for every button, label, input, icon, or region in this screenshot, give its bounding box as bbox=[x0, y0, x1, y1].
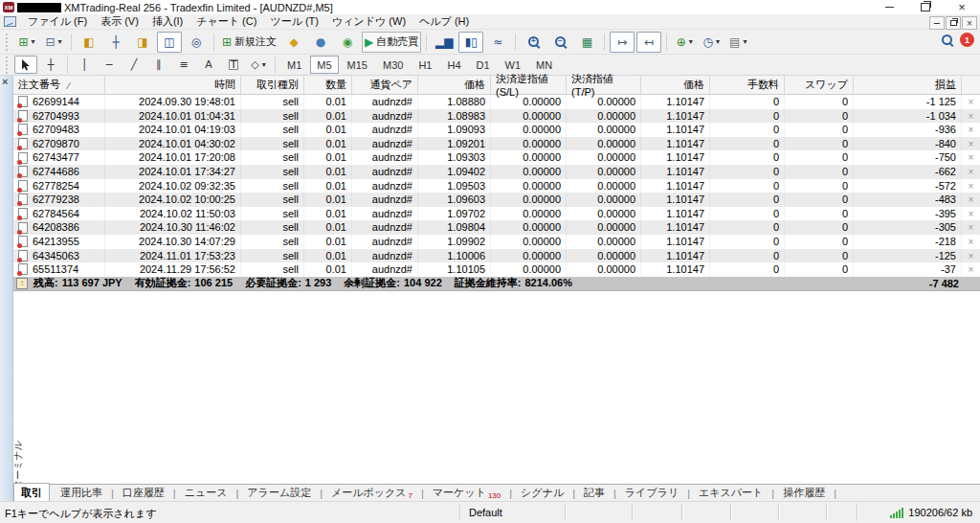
order-row[interactable]: 655113742024.11.29 17:56:52sell0.01audnz… bbox=[13, 262, 980, 277]
templates-button[interactable]: ▤▾ bbox=[725, 32, 750, 53]
close-order-icon[interactable]: × bbox=[969, 111, 974, 122]
zoom-in-button[interactable]: + bbox=[521, 32, 546, 53]
line-chart-button[interactable]: ≈ bbox=[485, 32, 510, 53]
close-order-icon[interactable]: × bbox=[969, 167, 974, 177]
terminal-tab-記事[interactable]: 記事 bbox=[577, 485, 612, 501]
column-header-price2[interactable]: 価格 bbox=[641, 76, 710, 94]
close-order-icon[interactable]: × bbox=[969, 152, 974, 163]
close-order-icon[interactable]: × bbox=[969, 139, 974, 149]
zoom-out-button[interactable]: − bbox=[547, 32, 572, 53]
terminal-tab-エキスパート[interactable]: エキスパート bbox=[692, 485, 769, 501]
terminal-button[interactable]: ◫ bbox=[157, 32, 182, 53]
data-window-button[interactable]: ┼ bbox=[103, 32, 128, 53]
account-summary-row[interactable]: ↕ 残高:113 697 JPY有効証拠金:106 215必要証拠金:1 293… bbox=[13, 277, 980, 291]
order-row[interactable]: 627782542024.10.02 09:32:35sell0.01audnz… bbox=[13, 179, 980, 193]
order-row[interactable]: 627434772024.10.01 17:20:08sell0.01audnz… bbox=[13, 150, 980, 165]
column-header-sl[interactable]: 決済逆指値(S/L) bbox=[491, 76, 567, 94]
order-row[interactable]: 627049932024.10.01 01:04:31sell0.01audnz… bbox=[13, 109, 980, 124]
close-order-icon[interactable]: × bbox=[969, 251, 974, 262]
order-row[interactable]: 627098702024.10.01 04:30:02sell0.01audnz… bbox=[13, 137, 980, 151]
strategy-tester-button[interactable]: ◎ bbox=[184, 32, 209, 53]
fibonacci-button[interactable]: ≡ bbox=[172, 56, 195, 74]
chart-shift-button[interactable]: ↤ bbox=[636, 32, 661, 53]
crosshair-button[interactable]: ┼ bbox=[39, 56, 62, 74]
channel-button[interactable]: ∥ bbox=[147, 56, 170, 74]
mdi-close-button[interactable] bbox=[962, 16, 977, 30]
column-header-swap[interactable]: スワップ bbox=[785, 76, 854, 94]
timeframe-m15-button[interactable]: M15 bbox=[341, 56, 374, 74]
terminal-tab-操作履歴[interactable]: 操作履歴 bbox=[776, 485, 832, 501]
navigator-button[interactable]: ◨ bbox=[130, 32, 155, 53]
column-header-symbol[interactable]: 通貨ペア bbox=[352, 76, 418, 94]
hline-button[interactable]: ─ bbox=[98, 56, 121, 74]
close-order-icon[interactable]: × bbox=[969, 194, 974, 205]
close-button[interactable] bbox=[944, 0, 980, 14]
mql-community-button[interactable]: ● bbox=[308, 32, 333, 53]
column-header-volume[interactable]: 数量 bbox=[304, 76, 352, 94]
column-header-price[interactable]: 価格 bbox=[418, 76, 491, 94]
menu-item[interactable]: 表示 (V) bbox=[94, 14, 145, 29]
timeframe-m30-button[interactable]: M30 bbox=[376, 56, 410, 74]
terminal-tab-シグナル[interactable]: シグナル bbox=[514, 485, 570, 501]
close-order-icon[interactable]: × bbox=[969, 209, 974, 219]
order-row[interactable]: 642139552024.10.30 14:07:29sell0.01audnz… bbox=[13, 235, 980, 249]
cursor-button[interactable] bbox=[14, 56, 37, 74]
order-row[interactable]: 626991442024.09.30 19:48:01sell0.01audnz… bbox=[13, 95, 980, 109]
menu-item[interactable]: チャート (C) bbox=[189, 14, 263, 29]
candlestick-button[interactable]: ▮▯ bbox=[458, 32, 483, 53]
terminal-tab-マーケット[interactable]: マーケット130 bbox=[426, 485, 507, 501]
tile-windows-button[interactable]: ▦ bbox=[574, 32, 599, 53]
terminal-tab-アラーム設定[interactable]: アラーム設定 bbox=[240, 485, 318, 501]
shapes-button[interactable]: ◇▾ bbox=[247, 56, 270, 74]
mdi-minimize-button[interactable] bbox=[929, 16, 945, 30]
profiles-button[interactable]: ⊟▾ bbox=[41, 32, 66, 53]
column-header-id[interactable]: 注文番号 bbox=[13, 76, 105, 94]
timeframe-m1-button[interactable]: M1 bbox=[280, 56, 308, 74]
order-row[interactable]: 642083862024.10.30 11:46:02sell0.01audnz… bbox=[13, 220, 980, 235]
timeframe-h1-button[interactable]: H1 bbox=[412, 56, 438, 74]
indicators-button[interactable]: ⊕▾ bbox=[672, 32, 697, 53]
order-row[interactable]: 627094832024.10.01 04:19:03sell0.01audnz… bbox=[13, 123, 980, 137]
close-order-icon[interactable]: × bbox=[969, 125, 974, 135]
column-header-commission[interactable]: 手数料 bbox=[710, 76, 785, 94]
search-icon[interactable] bbox=[942, 34, 952, 45]
order-row[interactable]: 627845642024.10.02 11:50:03sell0.01audnz… bbox=[13, 207, 980, 221]
bar-chart-button[interactable]: ▂▆ bbox=[432, 32, 457, 53]
close-order-icon[interactable]: × bbox=[969, 222, 974, 233]
order-row[interactable]: 643450632024.11.01 17:53:23sell0.01audnz… bbox=[13, 249, 980, 263]
terminal-tab-取引[interactable]: 取引 bbox=[13, 483, 50, 501]
timeframe-d1-button[interactable]: D1 bbox=[470, 56, 497, 74]
status-profile[interactable]: Default bbox=[469, 507, 502, 518]
notification-badge[interactable]: 1 bbox=[960, 33, 974, 47]
timeframe-m5-button[interactable]: M5 bbox=[310, 56, 338, 74]
new-chart-button[interactable]: ⊞▾ bbox=[14, 32, 39, 53]
column-header-profit[interactable]: 損益 bbox=[854, 76, 962, 94]
auto-trading-button[interactable]: ▶自動売買 bbox=[362, 32, 421, 53]
metaeditor-button[interactable]: ◆ bbox=[281, 32, 306, 53]
trendline-button[interactable]: ╱ bbox=[122, 56, 145, 74]
news-sound-button[interactable]: ◉ bbox=[335, 32, 360, 53]
order-row[interactable]: 627792382024.10.02 10:00:25sell0.01audnz… bbox=[13, 193, 980, 207]
menu-item[interactable]: ファイル (F) bbox=[21, 14, 94, 29]
menu-item[interactable]: ツール (T) bbox=[263, 14, 325, 29]
minimize-button[interactable] bbox=[871, 0, 907, 14]
terminal-tab-メールボックス[interactable]: メールボックス7 bbox=[324, 485, 419, 501]
menu-item[interactable]: ウィンドウ (W) bbox=[325, 14, 412, 29]
mdi-restore-button[interactable] bbox=[946, 16, 961, 30]
terminal-tab-ライブラリ[interactable]: ライブラリ bbox=[618, 485, 685, 501]
text-button[interactable]: A bbox=[197, 56, 220, 74]
menu-item[interactable]: ヘルプ (H) bbox=[412, 14, 476, 29]
timeframe-h4-button[interactable]: H4 bbox=[440, 56, 467, 74]
label-button[interactable]: T bbox=[222, 56, 245, 74]
terminal-tab-口座履歴[interactable]: 口座履歴 bbox=[116, 485, 171, 501]
close-order-icon[interactable]: × bbox=[969, 264, 974, 275]
periods-button[interactable]: ◷▾ bbox=[699, 32, 724, 53]
menu-item[interactable]: 挿入(I) bbox=[145, 14, 189, 29]
column-header-type[interactable]: 取引種別 bbox=[241, 76, 304, 94]
market-watch-button[interactable]: ◧ bbox=[77, 32, 101, 53]
terminal-tab-ニュース[interactable]: ニュース bbox=[178, 485, 234, 501]
auto-scroll-button[interactable]: ↦ bbox=[610, 32, 635, 53]
close-order-icon[interactable]: × bbox=[969, 181, 974, 192]
column-header-time[interactable]: 時間 bbox=[105, 76, 241, 94]
close-order-icon[interactable]: × bbox=[969, 237, 974, 247]
